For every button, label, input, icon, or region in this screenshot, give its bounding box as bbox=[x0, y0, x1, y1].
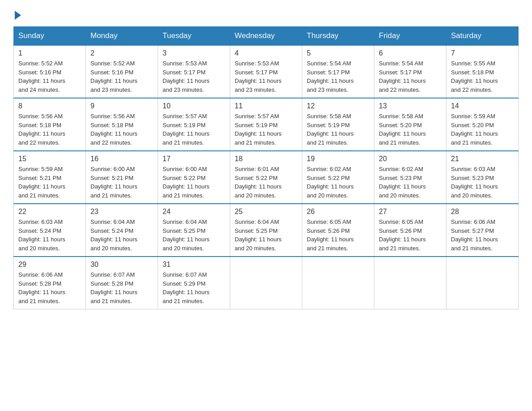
day-number: 5 bbox=[307, 49, 369, 57]
day-cell: 27Sunrise: 6:05 AMSunset: 5:26 PMDayligh… bbox=[374, 204, 446, 257]
day-cell: 14Sunrise: 5:59 AMSunset: 5:20 PMDayligh… bbox=[446, 98, 519, 151]
day-info: Sunrise: 6:07 AMSunset: 5:29 PMDaylight:… bbox=[163, 270, 225, 305]
day-info: Sunrise: 6:02 AMSunset: 5:22 PMDaylight:… bbox=[307, 165, 369, 200]
calendar-header: SundayMondayTuesdayWednesdayThursdayFrid… bbox=[14, 27, 519, 46]
day-number: 3 bbox=[163, 49, 225, 57]
header-cell-sunday: Sunday bbox=[14, 27, 86, 46]
header-cell-thursday: Thursday bbox=[302, 27, 374, 46]
day-cell: 8Sunrise: 5:56 AMSunset: 5:18 PMDaylight… bbox=[14, 98, 86, 151]
day-cell: 12Sunrise: 5:58 AMSunset: 5:19 PMDayligh… bbox=[302, 98, 374, 151]
day-info: Sunrise: 6:04 AMSunset: 5:25 PMDaylight:… bbox=[163, 218, 225, 253]
day-cell: 11Sunrise: 5:57 AMSunset: 5:19 PMDayligh… bbox=[230, 98, 302, 151]
day-cell: 31Sunrise: 6:07 AMSunset: 5:29 PMDayligh… bbox=[158, 257, 230, 309]
day-info: Sunrise: 6:06 AMSunset: 5:28 PMDaylight:… bbox=[18, 270, 81, 305]
day-info: Sunrise: 5:57 AMSunset: 5:19 PMDaylight:… bbox=[235, 112, 297, 147]
day-cell bbox=[446, 257, 519, 309]
day-info: Sunrise: 5:53 AMSunset: 5:17 PMDaylight:… bbox=[163, 59, 225, 94]
day-cell: 2Sunrise: 5:52 AMSunset: 5:16 PMDaylight… bbox=[86, 45, 158, 98]
day-info: Sunrise: 6:00 AMSunset: 5:21 PMDaylight:… bbox=[90, 165, 153, 200]
day-number: 24 bbox=[163, 208, 225, 216]
day-cell: 25Sunrise: 6:04 AMSunset: 5:25 PMDayligh… bbox=[230, 204, 302, 257]
day-info: Sunrise: 5:55 AMSunset: 5:18 PMDaylight:… bbox=[451, 59, 514, 94]
day-info: Sunrise: 5:58 AMSunset: 5:19 PMDaylight:… bbox=[307, 112, 369, 147]
week-row-1: 8Sunrise: 5:56 AMSunset: 5:18 PMDaylight… bbox=[14, 98, 519, 151]
day-info: Sunrise: 5:59 AMSunset: 5:21 PMDaylight:… bbox=[18, 165, 81, 200]
day-cell: 1Sunrise: 5:52 AMSunset: 5:16 PMDaylight… bbox=[14, 45, 86, 98]
day-number: 29 bbox=[18, 261, 81, 269]
day-cell: 6Sunrise: 5:54 AMSunset: 5:17 PMDaylight… bbox=[374, 45, 446, 98]
logo-arrow-icon bbox=[15, 11, 21, 20]
day-number: 6 bbox=[379, 49, 442, 57]
day-number: 27 bbox=[379, 208, 442, 216]
day-cell: 26Sunrise: 6:05 AMSunset: 5:26 PMDayligh… bbox=[302, 204, 374, 257]
day-info: Sunrise: 5:58 AMSunset: 5:20 PMDaylight:… bbox=[379, 112, 442, 147]
day-number: 20 bbox=[379, 155, 442, 163]
day-number: 10 bbox=[163, 102, 225, 110]
day-cell: 16Sunrise: 6:00 AMSunset: 5:21 PMDayligh… bbox=[86, 151, 158, 204]
calendar-table: SundayMondayTuesdayWednesdayThursdayFrid… bbox=[13, 26, 519, 309]
day-number: 19 bbox=[307, 155, 369, 163]
header-cell-friday: Friday bbox=[374, 27, 446, 46]
page-header bbox=[13, 9, 519, 17]
day-cell: 22Sunrise: 6:03 AMSunset: 5:24 PMDayligh… bbox=[14, 204, 86, 257]
header-row: SundayMondayTuesdayWednesdayThursdayFrid… bbox=[14, 27, 519, 46]
day-info: Sunrise: 5:59 AMSunset: 5:20 PMDaylight:… bbox=[451, 112, 514, 147]
day-number: 23 bbox=[90, 208, 153, 216]
day-number: 16 bbox=[90, 155, 153, 163]
header-cell-monday: Monday bbox=[86, 27, 158, 46]
day-number: 31 bbox=[163, 261, 225, 269]
day-cell: 17Sunrise: 6:00 AMSunset: 5:22 PMDayligh… bbox=[158, 151, 230, 204]
day-cell: 29Sunrise: 6:06 AMSunset: 5:28 PMDayligh… bbox=[14, 257, 86, 309]
day-info: Sunrise: 6:04 AMSunset: 5:25 PMDaylight:… bbox=[235, 218, 297, 253]
day-cell: 3Sunrise: 5:53 AMSunset: 5:17 PMDaylight… bbox=[158, 45, 230, 98]
day-cell bbox=[302, 257, 374, 309]
day-cell: 19Sunrise: 6:02 AMSunset: 5:22 PMDayligh… bbox=[302, 151, 374, 204]
day-cell: 5Sunrise: 5:54 AMSunset: 5:17 PMDaylight… bbox=[302, 45, 374, 98]
day-number: 22 bbox=[18, 208, 81, 216]
day-number: 9 bbox=[90, 102, 153, 110]
day-cell: 28Sunrise: 6:06 AMSunset: 5:27 PMDayligh… bbox=[446, 204, 519, 257]
day-cell bbox=[374, 257, 446, 309]
day-info: Sunrise: 6:02 AMSunset: 5:23 PMDaylight:… bbox=[379, 165, 442, 200]
day-info: Sunrise: 6:05 AMSunset: 5:26 PMDaylight:… bbox=[379, 218, 442, 253]
day-number: 28 bbox=[451, 208, 514, 216]
header-cell-wednesday: Wednesday bbox=[230, 27, 302, 46]
day-number: 13 bbox=[379, 102, 442, 110]
week-row-4: 29Sunrise: 6:06 AMSunset: 5:28 PMDayligh… bbox=[14, 257, 519, 309]
day-number: 18 bbox=[235, 155, 297, 163]
day-cell: 9Sunrise: 5:56 AMSunset: 5:18 PMDaylight… bbox=[86, 98, 158, 151]
day-info: Sunrise: 6:05 AMSunset: 5:26 PMDaylight:… bbox=[307, 218, 369, 253]
header-cell-tuesday: Tuesday bbox=[158, 27, 230, 46]
day-number: 17 bbox=[163, 155, 225, 163]
day-cell: 10Sunrise: 5:57 AMSunset: 5:19 PMDayligh… bbox=[158, 98, 230, 151]
day-number: 26 bbox=[307, 208, 369, 216]
day-info: Sunrise: 5:52 AMSunset: 5:16 PMDaylight:… bbox=[90, 59, 153, 94]
day-cell bbox=[230, 257, 302, 309]
day-info: Sunrise: 5:53 AMSunset: 5:17 PMDaylight:… bbox=[235, 59, 297, 94]
day-cell: 30Sunrise: 6:07 AMSunset: 5:28 PMDayligh… bbox=[86, 257, 158, 309]
day-info: Sunrise: 6:04 AMSunset: 5:24 PMDaylight:… bbox=[90, 218, 153, 253]
day-cell: 18Sunrise: 6:01 AMSunset: 5:22 PMDayligh… bbox=[230, 151, 302, 204]
day-info: Sunrise: 6:06 AMSunset: 5:27 PMDaylight:… bbox=[451, 218, 514, 253]
day-cell: 4Sunrise: 5:53 AMSunset: 5:17 PMDaylight… bbox=[230, 45, 302, 98]
day-info: Sunrise: 5:54 AMSunset: 5:17 PMDaylight:… bbox=[379, 59, 442, 94]
day-number: 15 bbox=[18, 155, 81, 163]
day-info: Sunrise: 6:07 AMSunset: 5:28 PMDaylight:… bbox=[90, 270, 153, 305]
day-number: 1 bbox=[18, 49, 81, 57]
day-cell: 20Sunrise: 6:02 AMSunset: 5:23 PMDayligh… bbox=[374, 151, 446, 204]
day-number: 7 bbox=[451, 49, 514, 57]
header-cell-saturday: Saturday bbox=[446, 27, 519, 46]
day-cell: 24Sunrise: 6:04 AMSunset: 5:25 PMDayligh… bbox=[158, 204, 230, 257]
day-info: Sunrise: 6:00 AMSunset: 5:22 PMDaylight:… bbox=[163, 165, 225, 200]
day-cell: 7Sunrise: 5:55 AMSunset: 5:18 PMDaylight… bbox=[446, 45, 519, 98]
calendar-body: 1Sunrise: 5:52 AMSunset: 5:16 PMDaylight… bbox=[14, 45, 519, 309]
day-number: 8 bbox=[18, 102, 81, 110]
day-number: 14 bbox=[451, 102, 514, 110]
day-cell: 21Sunrise: 6:03 AMSunset: 5:23 PMDayligh… bbox=[446, 151, 519, 204]
day-number: 2 bbox=[90, 49, 153, 57]
day-number: 11 bbox=[235, 102, 297, 110]
logo bbox=[13, 9, 21, 17]
day-number: 30 bbox=[90, 261, 153, 269]
day-info: Sunrise: 6:03 AMSunset: 5:24 PMDaylight:… bbox=[18, 218, 81, 253]
day-cell: 13Sunrise: 5:58 AMSunset: 5:20 PMDayligh… bbox=[374, 98, 446, 151]
